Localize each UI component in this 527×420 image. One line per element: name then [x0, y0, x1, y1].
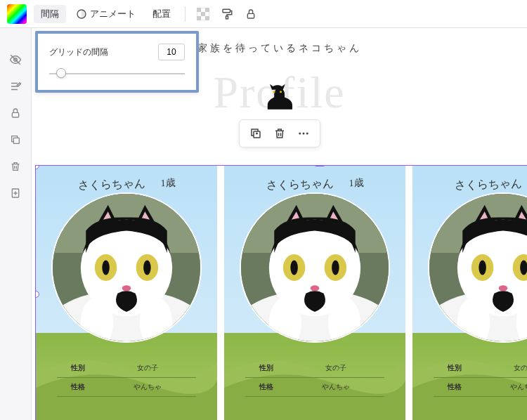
cat-photo	[428, 192, 527, 343]
transparency-button[interactable]	[193, 4, 214, 25]
cat-photo-svg	[53, 194, 200, 341]
table-row: 性格 やんちゃ	[57, 378, 196, 397]
row-key: 性格	[245, 382, 287, 392]
cat-age: 1歳	[160, 178, 176, 189]
svg-point-28	[102, 261, 110, 275]
eye-off-icon	[9, 53, 22, 66]
slider-thumb[interactable]	[56, 68, 66, 78]
color-picker-button[interactable]	[7, 4, 27, 24]
cat-name: さくらちゃん	[266, 177, 334, 191]
position-label: 配置	[152, 8, 171, 20]
lock-rail-button[interactable]	[8, 106, 22, 120]
svg-point-15	[280, 91, 282, 93]
duplicate-icon	[249, 127, 262, 140]
svg-point-41	[311, 285, 320, 291]
lock-button[interactable]	[240, 4, 261, 25]
page-title-wrap: 家族を待っているネコちゃん	[197, 42, 362, 58]
row-key: 性別	[57, 363, 99, 373]
card-title: さくらちゃん 1歳	[412, 174, 527, 195]
trash-icon	[273, 127, 286, 140]
svg-rect-7	[223, 9, 230, 13]
spacing-label: 間隔	[41, 8, 59, 20]
svg-point-39	[290, 261, 298, 275]
canvas[interactable]: Profile 家族を待っているネコちゃん さくらちゃん	[32, 28, 527, 420]
row-key: 性別	[245, 363, 287, 373]
svg-rect-1	[197, 8, 201, 12]
slider-track	[49, 73, 185, 74]
svg-point-17	[299, 133, 301, 135]
row-key: 性格	[434, 382, 476, 392]
selection-group[interactable]: さくらちゃん 1歳	[35, 165, 527, 420]
svg-point-29	[143, 261, 151, 275]
cat-name: さくらちゃん	[77, 177, 145, 191]
left-rail	[0, 28, 32, 420]
card-table: 性別 女の子 性格 やんちゃ	[434, 359, 527, 397]
lock-icon	[10, 107, 21, 119]
cat-age: 1歳	[349, 178, 364, 189]
paint-roller-button[interactable]	[216, 4, 238, 25]
copy-icon	[10, 134, 21, 145]
cat-photo-svg	[241, 194, 389, 341]
more-float-button[interactable]	[294, 124, 313, 143]
paint-roller-icon	[221, 8, 233, 20]
card-table: 性別 女の子 性格 やんちゃ	[245, 359, 384, 397]
row-val: やんちゃ	[287, 382, 384, 392]
row-val: 女の子	[476, 363, 527, 373]
top-toolbar: 間隔 アニメート 配置	[0, 0, 527, 28]
lock-icon	[245, 8, 256, 20]
svg-rect-11	[12, 112, 18, 117]
transparency-icon	[197, 8, 209, 20]
svg-point-14	[273, 91, 275, 93]
delete-button[interactable]	[8, 159, 22, 173]
popover-row: グリッドの間隔	[49, 44, 185, 60]
profile-card[interactable]: さくらちゃん 1歳	[36, 166, 217, 420]
svg-point-18	[302, 133, 304, 135]
table-row: 性別 女の子	[57, 359, 196, 378]
svg-point-52	[499, 285, 508, 291]
row-key: 性格	[57, 382, 99, 392]
visibility-button[interactable]	[8, 53, 22, 67]
svg-rect-3	[201, 12, 205, 16]
card-title: さくらちゃん 1歳	[36, 174, 217, 195]
cat-name: さくらちゃん	[454, 177, 522, 191]
animate-button[interactable]: アニメート	[69, 5, 143, 23]
notes-icon	[9, 80, 22, 93]
svg-rect-9	[247, 13, 254, 18]
profile-card[interactable]: さくらちゃん 1歳	[412, 166, 527, 420]
add-page-icon	[10, 188, 21, 199]
grid-spacing-input[interactable]	[158, 44, 185, 60]
resize-handle[interactable]	[314, 165, 325, 166]
cat-photo-svg	[429, 194, 527, 341]
add-page-button[interactable]	[8, 186, 22, 200]
row-val: やんちゃ	[99, 382, 196, 392]
table-row: 性格 やんちゃ	[245, 378, 384, 397]
spacing-popover: グリッドの間隔	[35, 31, 199, 93]
svg-point-40	[332, 261, 339, 275]
table-row: 性別 女の子	[245, 359, 384, 378]
floating-toolbar	[239, 119, 320, 147]
page-title: 家族を待っているネコちゃん	[197, 42, 362, 55]
animate-label: アニメート	[90, 8, 136, 20]
svg-rect-12	[13, 138, 19, 143]
position-button[interactable]: 配置	[145, 5, 178, 23]
spacing-button[interactable]: 間隔	[34, 5, 66, 23]
row-val: 女の子	[99, 363, 196, 373]
duplicate-float-button[interactable]	[247, 124, 265, 143]
duplicate-button[interactable]	[8, 133, 22, 147]
cat-photo	[240, 192, 390, 343]
delete-float-button[interactable]	[271, 124, 289, 143]
row-val: 女の子	[287, 363, 384, 373]
separator	[185, 6, 186, 22]
svg-rect-2	[205, 8, 209, 12]
row-key: 性別	[434, 363, 476, 373]
cat-photo	[51, 192, 202, 343]
svg-point-50	[479, 261, 486, 275]
row-val: やんちゃ	[476, 382, 527, 392]
notes-button[interactable]	[8, 79, 22, 93]
cat-silhouette-icon	[262, 79, 297, 116]
profile-card[interactable]: さくらちゃん 1歳	[224, 166, 405, 420]
grid-spacing-label: グリッドの間隔	[49, 46, 108, 58]
grid-spacing-slider[interactable]	[49, 69, 185, 79]
card-title: さくらちゃん 1歳	[224, 174, 405, 195]
more-icon	[297, 127, 310, 140]
